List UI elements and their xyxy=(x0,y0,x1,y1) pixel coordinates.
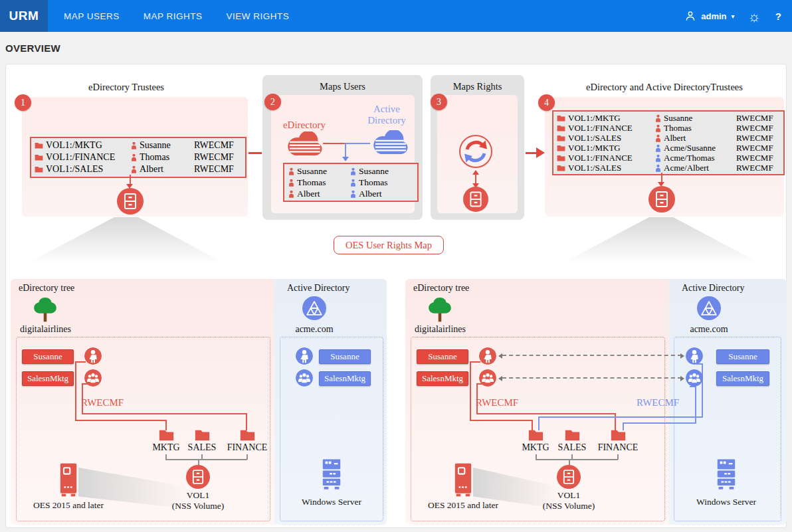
folder-icon xyxy=(194,429,211,441)
folder-label: SALES xyxy=(555,442,589,453)
app-logo[interactable]: URM xyxy=(0,0,48,32)
user-name: admin xyxy=(701,11,726,21)
user-icon xyxy=(84,347,102,365)
user-icon xyxy=(131,141,137,149)
arrow-right-icon xyxy=(536,147,545,158)
connector xyxy=(82,383,83,414)
ad-domain: acme.com xyxy=(677,324,741,335)
volume-icon xyxy=(186,465,210,489)
help-icon[interactable]: ? xyxy=(775,11,781,22)
tree-icon xyxy=(427,296,453,326)
folder-label: MKTG xyxy=(520,442,551,453)
user-icon xyxy=(131,165,137,173)
user-menu[interactable]: admin ▾ xyxy=(684,10,734,22)
ad-zone xyxy=(280,337,383,521)
volume-label: VOL1 xyxy=(178,490,218,501)
connector xyxy=(246,413,247,430)
trustee-row: VOL1:/MKTG Acme/Susanne RWECMF xyxy=(557,143,780,153)
group-chip: SalesnMktg xyxy=(417,371,468,386)
connector xyxy=(538,416,703,418)
step4-trustee-table: VOL1:/MKTG Susanne RWECMF VOL1:/FINANCE … xyxy=(552,110,785,175)
edirectory-label: eDirectory xyxy=(276,120,333,131)
connector xyxy=(323,143,346,144)
volume-sublabel: (NSS Volume) xyxy=(536,501,602,511)
rights-label: RWECMF xyxy=(81,397,124,408)
folder-icon xyxy=(35,166,43,173)
oes-server-icon xyxy=(453,462,473,498)
user-icon xyxy=(655,124,661,132)
flow-arrow-1-2 xyxy=(248,152,262,154)
folder-icon xyxy=(158,429,175,441)
user-icon xyxy=(350,167,356,175)
rights-label: RWECMF xyxy=(476,397,518,408)
main-menu: MAP USERS MAP RIGHTS VIEW RIGHTS xyxy=(64,11,289,21)
nav-item-map-rights[interactable]: MAP RIGHTS xyxy=(144,11,203,21)
oes-user-rights-map-button[interactable]: OES User Rights Map xyxy=(334,236,444,254)
folder-icon xyxy=(557,145,565,151)
folder-icon xyxy=(35,154,43,161)
step4-title: eDirectory and Active DirectoryTrustees xyxy=(542,82,787,93)
step3-badge: 3 xyxy=(431,94,447,110)
connector xyxy=(470,361,471,421)
user-icon xyxy=(655,144,661,152)
folder-icon xyxy=(557,115,565,122)
user-icon xyxy=(479,347,496,365)
folder-icon xyxy=(557,155,565,161)
connector xyxy=(130,175,131,184)
user-chip: Susanne xyxy=(22,349,74,364)
connector xyxy=(623,422,696,424)
active-directory-label: Active Directory xyxy=(287,283,349,294)
trustee-row: VOL1:/SALES Albert RWECMF xyxy=(35,163,242,175)
user-icon xyxy=(350,190,356,198)
folder-icon xyxy=(610,429,627,441)
user-icon xyxy=(684,10,696,22)
active-directory-label: Active Directory xyxy=(359,104,415,126)
oes-server-icon xyxy=(58,462,78,498)
connector xyxy=(475,174,476,183)
step1-title: eDirectory Trustees xyxy=(40,82,213,93)
ad-zone xyxy=(674,337,781,521)
windows-server-label: Windows Server xyxy=(687,497,765,507)
trustee-row: VOL1:/SALES Acme/Albert RWECMF xyxy=(557,163,780,173)
connector xyxy=(476,383,478,414)
user-icon xyxy=(686,347,703,365)
connector xyxy=(476,413,616,414)
user-icon xyxy=(655,134,661,142)
connector xyxy=(82,413,247,414)
trustee-row: VOL1:/SALES Albert RWECMF xyxy=(557,133,780,143)
trustee-row: VOL1:/FINANCE Acme/Thomas RWECMF xyxy=(557,153,780,163)
folder-icon xyxy=(528,429,544,441)
user-map-row: Susanne Susanne xyxy=(288,165,413,177)
nav-item-view-rights[interactable]: VIEW RIGHTS xyxy=(227,11,290,21)
connector xyxy=(615,413,616,430)
ad-rights-label: RWECMF xyxy=(637,397,679,408)
folder-icon xyxy=(564,429,581,441)
chevron-down-icon: ▾ xyxy=(732,13,735,20)
storage-cabinet-icon xyxy=(117,188,144,215)
step2-badge: 2 xyxy=(264,94,281,110)
tree-name: digitalairlines xyxy=(20,324,71,335)
connector xyxy=(470,361,480,363)
connector xyxy=(75,420,167,421)
nav-item-map-users[interactable]: MAP USERS xyxy=(64,11,120,21)
user-icon xyxy=(350,179,356,187)
connector xyxy=(470,420,533,421)
sync-icon xyxy=(458,134,493,169)
trustee-row: VOL1:/MKTG Susanne RWECMF xyxy=(557,113,780,123)
step4-badge: 4 xyxy=(538,94,555,111)
volume-label: VOL1 xyxy=(549,490,589,501)
windows-server-label: Windows Server xyxy=(292,497,371,507)
oes-server-label: OES 2015 and later xyxy=(421,500,505,511)
user-chip: Susanne xyxy=(417,349,468,364)
user-map-row: Albert Albert xyxy=(288,188,413,199)
windows-server-icon xyxy=(320,458,343,491)
windows-server-icon xyxy=(715,458,738,491)
edirectory-tree-label: eDirectory tree xyxy=(19,283,74,294)
group-icon xyxy=(296,369,313,387)
group-chip: SalesnMktg xyxy=(319,371,371,386)
gear-icon[interactable]: ☼ xyxy=(748,9,761,23)
active-directory-cloud-icon xyxy=(369,130,411,157)
bracket xyxy=(536,459,618,460)
folder-icon xyxy=(557,135,565,141)
page-header: OVERVIEW xyxy=(0,32,792,64)
